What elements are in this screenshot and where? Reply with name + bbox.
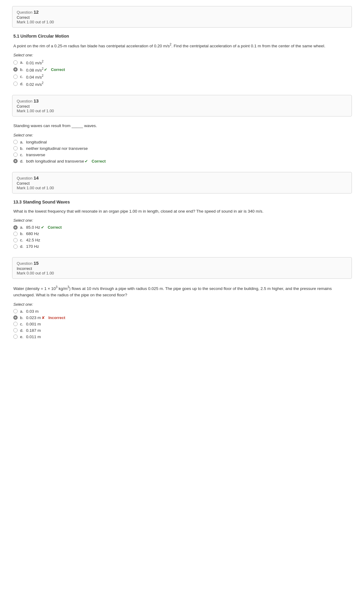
- radio-q15-0[interactable]: [13, 309, 18, 313]
- question-mark-q15: Mark 0.00 out of 1.00: [17, 271, 347, 275]
- option-item-q13-0[interactable]: a.longitudinal: [13, 140, 352, 144]
- radio-q15-1[interactable]: [13, 315, 18, 320]
- radio-q13-3[interactable]: [13, 159, 18, 163]
- section-title-q14: 13.3 Standing Sound Waves: [13, 200, 352, 204]
- radio-q13-1[interactable]: [13, 146, 18, 150]
- radio-q14-0[interactable]: [13, 225, 18, 230]
- option-text-q13-3: both longitudinal and transverse: [26, 159, 84, 163]
- radio-q14-1[interactable]: [13, 232, 18, 236]
- question-label-q15: Question: [17, 261, 34, 266]
- radio-q12-0[interactable]: [13, 60, 18, 65]
- option-text-q13-1: neither longitudinal nor transverse: [26, 146, 88, 151]
- check-icon-q14-0: ✔: [41, 225, 44, 230]
- question-text-q15: Water (density = 1 × 103 kg/m3) flows at…: [13, 285, 352, 298]
- question-label-q12: Question: [17, 10, 34, 15]
- option-item-q13-2[interactable]: c.transverse: [13, 153, 352, 157]
- option-item-q15-1[interactable]: b.0.023 m✘ Incorrect: [13, 315, 352, 320]
- option-text-q15-4: 0.011 m: [26, 335, 41, 339]
- question-header-q13: Question 13CorrectMark 1.00 out of 1.00: [12, 95, 352, 116]
- option-letter-q14-3: d.: [20, 244, 24, 249]
- option-item-q12-2[interactable]: c.0.04 m/s2: [13, 74, 352, 79]
- cross-icon-q15-1: ✘: [42, 315, 45, 320]
- option-text-q15-1: 0.023 m: [26, 315, 41, 320]
- option-item-q15-3[interactable]: d.0.187 m: [13, 328, 352, 333]
- option-item-q15-0[interactable]: a.0.03 m: [13, 309, 352, 314]
- question-label-q13: Question: [17, 99, 34, 103]
- option-letter-q15-2: c.: [20, 322, 24, 326]
- question-status-q15: Incorrect: [17, 266, 347, 271]
- question-header-q14: Question 14CorrectMark 1.00 out of 1.00: [12, 172, 352, 193]
- option-item-q14-0[interactable]: a.85.0 Hz✔ Correct: [13, 225, 352, 230]
- radio-q12-1[interactable]: [13, 67, 18, 72]
- option-letter-q14-0: a.: [20, 225, 24, 230]
- radio-q15-2[interactable]: [13, 322, 18, 326]
- question-body-q13: Standing waves can result from _____ wav…: [12, 123, 352, 163]
- question-status-q14: Correct: [17, 181, 347, 186]
- select-one-label-q13: Select one:: [13, 133, 352, 137]
- option-text-q14-0: 85.0 Hz: [26, 225, 40, 230]
- option-item-q12-1[interactable]: b.0.08 m/s2✔ Correct: [13, 67, 352, 72]
- radio-q14-2[interactable]: [13, 238, 18, 242]
- radio-q13-2[interactable]: [13, 153, 18, 157]
- option-text-q13-2: transverse: [26, 153, 45, 157]
- question-header-q15: Question 15IncorrectMark 0.00 out of 1.0…: [12, 257, 352, 279]
- option-letter-q15-1: b.: [20, 315, 24, 320]
- option-letter-q12-3: d.: [20, 82, 24, 86]
- option-item-q14-2[interactable]: c.42.5 Hz: [13, 238, 352, 242]
- option-letter-q12-1: b.: [20, 67, 24, 72]
- radio-q14-3[interactable]: [13, 244, 18, 249]
- question-text-q12: A point on the rim of a 0.25-m radius fa…: [13, 42, 352, 49]
- option-letter-q14-2: c.: [20, 238, 24, 242]
- option-text-q12-3: 0.02 m/s2: [26, 81, 43, 87]
- option-item-q13-1[interactable]: b.neither longitudinal nor transverse: [13, 146, 352, 151]
- option-letter-q15-4: e.: [20, 335, 24, 339]
- option-letter-q13-0: a.: [20, 140, 24, 144]
- radio-q15-3[interactable]: [13, 328, 18, 332]
- question-mark-q14: Mark 1.00 out of 1.00: [17, 186, 347, 190]
- options-list-q15: a.0.03 mb.0.023 m✘ Incorrectc.0.001 md.0…: [13, 309, 352, 339]
- question-number-q12: 12: [34, 9, 39, 15]
- option-text-q14-1: 680 Hz: [26, 231, 39, 236]
- question-header-q12: Question 12CorrectMark 1.00 out of 1.00: [12, 6, 352, 28]
- option-text-q14-2: 42.5 Hz: [26, 238, 40, 242]
- section-title-q12: 5.1 Uniform Circular Motion: [13, 34, 352, 39]
- option-item-q14-1[interactable]: b.680 Hz: [13, 231, 352, 236]
- select-one-label-q14: Select one:: [13, 218, 352, 223]
- check-icon-q12-1: ✔: [44, 67, 47, 72]
- option-letter-q13-2: c.: [20, 153, 24, 157]
- question-number-q15: 15: [34, 261, 39, 266]
- radio-q15-4[interactable]: [13, 335, 18, 339]
- options-list-q12: a.0.01 m/s2b.0.08 m/s2✔ Correctc.0.04 m/…: [13, 60, 352, 86]
- option-letter-q13-3: d.: [20, 159, 24, 163]
- option-letter-q15-0: a.: [20, 309, 24, 314]
- option-item-q12-0[interactable]: a.0.01 m/s2: [13, 60, 352, 65]
- option-item-q15-2[interactable]: c.0.001 m: [13, 322, 352, 326]
- option-item-q12-3[interactable]: d.0.02 m/s2: [13, 81, 352, 87]
- options-list-q13: a.longitudinalb.neither longitudinal nor…: [13, 140, 352, 163]
- radio-q12-3[interactable]: [13, 82, 18, 86]
- option-item-q13-3[interactable]: d.both longitudinal and transverse✔ Corr…: [13, 159, 352, 163]
- question-status-q13: Correct: [17, 104, 347, 109]
- radio-q13-0[interactable]: [13, 140, 18, 144]
- question-number-q14: 14: [34, 175, 39, 180]
- question-mark-q13: Mark 1.00 out of 1.00: [17, 109, 347, 113]
- option-text-q15-2: 0.001 m: [26, 322, 41, 326]
- option-text-q14-3: 170 Hz: [26, 244, 39, 249]
- option-text-q12-1: 0.08 m/s2: [26, 67, 43, 72]
- option-text-q15-3: 0.187 m: [26, 328, 41, 333]
- question-number-q13: 13: [34, 98, 39, 103]
- option-text-q15-0: 0.03 m: [26, 309, 39, 314]
- option-item-q14-3[interactable]: d.170 Hz: [13, 244, 352, 249]
- option-letter-q12-0: a.: [20, 60, 24, 65]
- radio-q12-2[interactable]: [13, 75, 18, 79]
- option-text-q12-0: 0.01 m/s2: [26, 60, 43, 65]
- option-letter-q13-1: b.: [20, 146, 24, 151]
- question-body-q15: Water (density = 1 × 103 kg/m3) flows at…: [12, 285, 352, 339]
- option-text-q12-2: 0.04 m/s2: [26, 74, 43, 79]
- correct-badge-q14-0: Correct: [47, 225, 62, 230]
- correct-badge-q13-3: Correct: [90, 159, 106, 163]
- question-label-q14: Question: [17, 176, 34, 180]
- question-status-q12: Correct: [17, 15, 347, 20]
- option-letter-q14-1: b.: [20, 231, 24, 236]
- option-item-q15-4[interactable]: e.0.011 m: [13, 335, 352, 339]
